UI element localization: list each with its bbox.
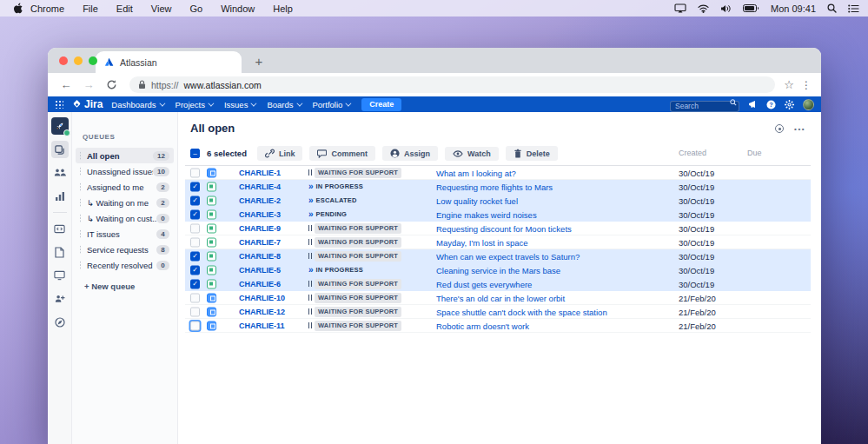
jira-nav-item[interactable]: Portfolio [313,100,350,109]
delete-button[interactable]: Delete [506,146,558,161]
menubar-menu-item[interactable]: Edit [116,3,133,14]
issue-key[interactable]: CHARLIE-6 [239,280,281,288]
issue-row[interactable]: ✓ CHARLIE-7 » WAITING FOR SUPPORT Mayday… [185,235,811,249]
issue-summary[interactable]: There's an old car in the lower orbit [436,293,565,302]
knowledge-base-icon[interactable] [51,243,69,261]
queue-item[interactable]: ↳ Waiting on cust... 0 [76,210,174,226]
drag-handle-icon[interactable] [79,245,83,254]
row-checkbox[interactable]: ✓ [190,237,200,247]
app-switcher-icon[interactable] [55,100,63,109]
queue-item[interactable]: All open 12 [76,148,174,163]
issue-summary[interactable]: Cleaning service in the Mars base [436,265,560,275]
menubar-menu-item[interactable]: Window [221,3,255,14]
issue-summary[interactable]: Requesting discount for Moon tickets [436,223,572,233]
row-checkbox[interactable]: ✓ [190,209,200,219]
row-checkbox[interactable]: ✓ [190,321,200,330]
issue-key[interactable]: CHARLIE-2 [239,196,281,205]
more-icon[interactable]: ••• [794,125,805,133]
menubar-menu-item[interactable]: View [151,3,172,14]
assign-button[interactable]: Assign [382,146,438,161]
new-queue-button[interactable]: + New queue [84,282,177,291]
issue-row[interactable]: ✓ CHARLIE-6 » WAITING FOR SUPPORT Red du… [185,277,811,291]
jira-nav-item[interactable]: Issues [224,100,255,109]
issue-key[interactable]: CHARLIE-10 [239,294,285,302]
drag-handle-icon[interactable] [79,229,83,238]
row-checkbox[interactable]: ✓ [190,251,200,261]
issue-key[interactable]: CHARLIE-11 [239,321,285,330]
apple-icon[interactable] [14,3,23,14]
volume-icon[interactable] [720,4,732,13]
drag-handle-icon[interactable] [79,167,83,176]
issue-key[interactable]: CHARLIE-5 [239,266,281,275]
issue-summary[interactable]: Robotic arm doesn't work [436,321,529,330]
comment-button[interactable]: Comment [309,146,375,161]
browser-tab[interactable]: Atlassian [96,51,242,73]
queue-item[interactable]: ↳ Waiting on me 2 [76,195,174,210]
reports-icon[interactable] [51,188,69,205]
jira-nav-item[interactable]: Boards [267,100,300,109]
issue-summary[interactable]: Space shuttle can't dock with the space … [436,307,607,316]
user-avatar[interactable] [803,99,814,110]
battery-icon[interactable] [743,4,759,12]
address-bar[interactable]: https:// www.atlassian.com [129,76,775,93]
menubar-menu-item[interactable]: Chrome [30,3,64,14]
issue-key[interactable]: CHARLIE-7 [239,238,281,247]
spotlight-icon[interactable] [827,3,837,13]
row-checkbox[interactable]: ✓ [190,182,200,191]
issue-row[interactable]: ✓ CHARLIE-10 » WAITING FOR SUPPORT There… [185,291,811,305]
issue-row[interactable]: ✓ CHARLIE-11 » WAITING FOR SUPPORT Robot… [185,319,811,333]
gear-icon[interactable] [785,100,794,109]
issue-summary[interactable]: Low quality rocket fuel [436,195,518,205]
zoom-button[interactable] [89,56,97,65]
issue-row[interactable]: ✓ CHARLIE-4 » IN PROGRESS Requesting mor… [185,180,811,194]
issue-row[interactable]: ✓ CHARLIE-3 » PENDING Engine makes weird… [185,208,811,222]
row-checkbox[interactable]: ✓ [190,279,200,288]
queue-item[interactable]: Assigned to me 2 [76,179,174,195]
browser-menu-icon[interactable]: ⋮ [801,79,812,91]
new-tab-button[interactable]: + [248,50,269,71]
watch-button[interactable]: Watch [445,147,499,161]
invite-team-icon[interactable] [51,290,69,308]
row-checkbox[interactable]: ✓ [190,307,200,316]
issue-row[interactable]: ✓ CHARLIE-5 » IN PROGRESS Cleaning servi… [185,263,811,277]
reload-button[interactable] [102,76,121,95]
drag-handle-icon[interactable] [79,214,83,222]
jira-search[interactable] [670,96,739,112]
airplay-icon[interactable] [674,3,686,13]
queue-item[interactable]: Recently resolved 0 [76,257,174,273]
link-button[interactable]: Link [257,146,303,161]
wifi-icon[interactable] [698,4,709,13]
issue-summary[interactable]: When can we expect travels to Saturn? [436,251,580,261]
jira-nav-item[interactable]: Dashboards [111,100,162,109]
queue-item[interactable]: Service requests 8 [76,242,174,257]
drag-handle-icon[interactable] [79,151,83,160]
issue-summary[interactable]: Engine makes weird noises [436,209,537,219]
issue-summary[interactable]: What am I looking at? [436,168,516,177]
back-button[interactable]: ← [56,76,76,95]
issue-key[interactable]: CHARLIE-1 [239,169,281,177]
issue-key[interactable]: CHARLIE-8 [239,252,281,261]
forward-button[interactable]: → [79,76,98,95]
issue-summary[interactable]: Red dust gets everywhere [436,279,532,288]
menubar-menu-item[interactable]: File [83,3,98,14]
issue-row[interactable]: ✓ CHARLIE-1 » WAITING FOR SUPPORT What a… [185,166,811,180]
issue-row[interactable]: ✓ CHARLIE-9 » WAITING FOR SUPPORT Reques… [185,222,811,235]
queue-item[interactable]: IT issues 4 [76,226,174,242]
drag-handle-icon[interactable] [79,182,83,191]
menubar-menu-item[interactable]: Go [189,3,202,14]
issue-row[interactable]: ✓ CHARLIE-12 » WAITING FOR SUPPORT Space… [185,305,811,319]
column-header-due[interactable]: Due [747,149,762,157]
issue-row[interactable]: ✓ CHARLIE-2 » ESCALATED Low quality rock… [185,194,811,208]
drag-handle-icon[interactable] [79,261,83,269]
issue-key[interactable]: CHARLIE-4 [239,182,281,191]
search-input[interactable] [670,101,739,112]
queues-icon[interactable] [51,141,69,158]
raise-request-icon[interactable] [51,220,69,237]
refresh-icon[interactable] [775,124,784,133]
queue-item[interactable]: Unassigned issues 10 [76,163,174,179]
rocket-project-avatar[interactable] [51,117,69,135]
row-checkbox[interactable]: ✓ [190,195,200,205]
issue-key[interactable]: CHARLIE-12 [239,308,285,316]
issue-summary[interactable]: Mayday, I'm lost in space [436,237,528,247]
issue-key[interactable]: CHARLIE-9 [239,224,281,233]
